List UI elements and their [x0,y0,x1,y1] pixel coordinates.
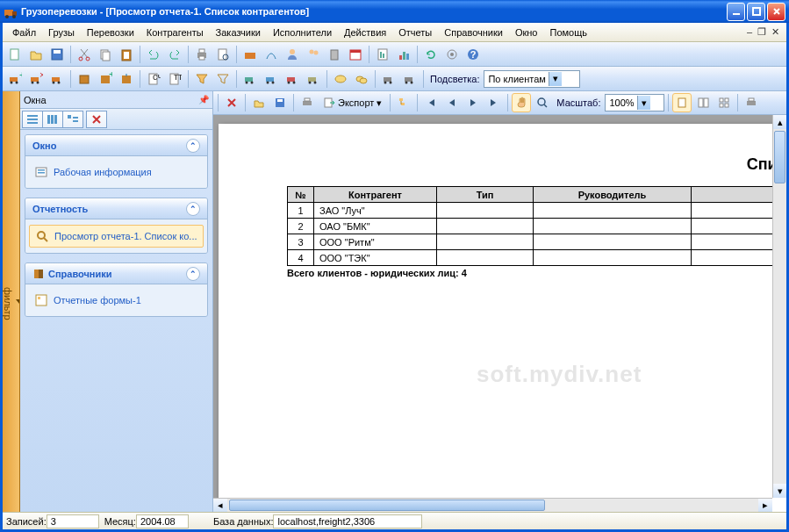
highlight-dropdown[interactable]: По клиентам ▾ [484,70,580,88]
menu-help[interactable]: Помощь [543,25,593,40]
menu-references[interactable]: Справочники [438,25,509,40]
scroll-left-icon[interactable]: ◂ [213,499,227,512]
maximize-button[interactable] [747,3,765,21]
sidebar-item-workinfo[interactable]: Рабочая информация [29,162,204,183]
view-close-icon[interactable] [86,111,107,128]
tb-building-icon[interactable] [325,45,344,64]
menu-cargo[interactable]: Грузы [42,25,81,40]
panel-references: Справочники ⌃ Отчетные формы-1 [25,262,208,317]
tb-cargo-icon[interactable] [240,45,260,64]
tb-refresh-icon[interactable] [421,45,441,64]
tb-copy-icon[interactable] [96,45,115,64]
tb-cut-icon[interactable] [75,45,94,64]
scroll-thumb[interactable] [229,500,545,511]
panel-window-header[interactable]: Окно ⌃ [25,135,207,156]
pv-open-icon[interactable] [249,93,269,112]
menu-customers[interactable]: Заказчики [210,25,267,40]
view-list-icon[interactable] [22,111,43,128]
mdi-close-icon[interactable]: ✕ [771,26,779,38]
tb2-filter2-icon[interactable] [213,69,233,89]
cell-contractor: ООО "ТЭК" [314,250,437,266]
tb-save-icon[interactable] [47,45,67,64]
menu-window[interactable]: Окно [509,25,544,40]
minimize-button[interactable] [727,3,745,21]
tb-users-icon[interactable] [304,45,323,64]
vertical-scrollbar[interactable]: ▴ ▾ [772,115,786,498]
pv-save-icon[interactable] [270,93,290,112]
pv-close-icon[interactable] [222,93,241,112]
pv-next-icon[interactable] [463,93,483,112]
pv-hand-icon[interactable] [512,93,531,112]
tb-chart-icon[interactable] [394,45,413,64]
pv-prev-icon[interactable] [442,93,462,112]
tb2-money-icon[interactable] [331,69,350,89]
tb2-box-add-icon[interactable]: + [96,69,115,89]
menu-executors[interactable]: Исполнители [267,25,338,40]
tb2-truck-4-icon[interactable] [304,69,323,89]
tb-user-icon[interactable] [283,45,302,64]
menu-transport[interactable]: Перевозки [81,25,140,40]
sidebar-item-report-forms[interactable]: Отчетные формы-1 [29,290,204,311]
view-tree-icon[interactable] [62,111,83,128]
pv-last-icon[interactable] [484,93,504,112]
pv-pages2-icon[interactable] [693,93,713,112]
scroll-up-icon[interactable]: ▴ [773,115,786,129]
pv-zoom-dropdown[interactable]: 100% ▾ [605,94,664,111]
tb2-truck-b-icon[interactable] [400,69,420,89]
tb2-invoice-icon[interactable]: счет [144,69,163,89]
menu-reports[interactable]: Отчеты [392,25,438,40]
tb2-truck-add-icon[interactable]: + [5,69,25,89]
tb-help-icon[interactable]: ? [463,45,483,64]
tb-calendar-icon[interactable] [346,45,365,64]
scroll-down-icon[interactable]: ▾ [773,484,786,498]
tb-preview-icon[interactable] [213,45,233,64]
tb2-money2-icon[interactable] [352,69,371,89]
pin-icon[interactable]: 📌 [198,95,209,104]
pv-zoom-icon[interactable] [533,93,552,112]
panel-reports-header[interactable]: Отчетность ⌃ [25,198,207,219]
pv-first-icon[interactable] [421,93,441,112]
status-db-label: База данных: [213,516,274,527]
tb-undo-icon[interactable] [144,45,163,64]
scroll-right-icon[interactable]: ▸ [758,499,772,512]
tb-print-icon[interactable] [192,45,212,64]
mdi-minimize-icon[interactable]: – [747,26,752,38]
tb2-truck-2-icon[interactable] [262,69,281,89]
menu-contractors[interactable]: Контрагенты [140,25,210,40]
pv-tree-icon[interactable] [394,93,413,112]
tb2-truck-a-icon[interactable] [379,69,398,89]
mdi-restore-icon[interactable]: ❐ [757,26,766,38]
tb-settings-icon[interactable] [442,45,462,64]
tb-new-icon[interactable] [5,45,25,64]
tb-route-icon[interactable] [262,45,281,64]
tb2-ttn-icon[interactable]: ттн [165,69,184,89]
sidebar-item-report-view[interactable]: Просмотр отчета-1. Список ко... [29,225,204,248]
close-button[interactable] [767,3,785,21]
horizontal-scrollbar[interactable]: ◂ ▸ [213,498,772,512]
app-icon [4,4,18,18]
filter-tab[interactable]: фильтр [3,91,20,512]
tb2-truck-del-icon[interactable]: × [26,69,46,89]
menu-actions[interactable]: Действия [338,25,392,40]
tb-open-icon[interactable] [26,45,46,64]
tb-report-icon[interactable] [373,45,392,64]
tb-redo-icon[interactable] [165,45,184,64]
tb2-truck-3-icon[interactable] [283,69,302,89]
view-columns-icon[interactable] [42,111,63,128]
pv-print-icon[interactable] [298,93,317,112]
tb-paste-icon[interactable] [117,45,136,64]
pv-page-icon[interactable] [672,93,692,112]
panel-references-header[interactable]: Справочники ⌃ [25,263,207,284]
svg-rect-8 [54,50,61,54]
tb2-filter-icon[interactable] [192,69,212,89]
pv-export-button[interactable]: Экспорт ▾ [319,93,386,112]
pv-pages4-icon[interactable] [714,93,734,112]
tb2-box-icon[interactable] [75,69,94,89]
scroll-thumb[interactable] [774,131,785,183]
report-heading: Список контрагентов на 22 [234,155,786,174]
pv-print2-icon[interactable] [742,93,761,112]
tb2-truck-edit-icon[interactable] [47,69,67,89]
tb2-box-link-icon[interactable] [117,69,136,89]
menu-file[interactable]: Файл [6,25,42,40]
tb2-truck-1-icon[interactable] [240,69,260,89]
